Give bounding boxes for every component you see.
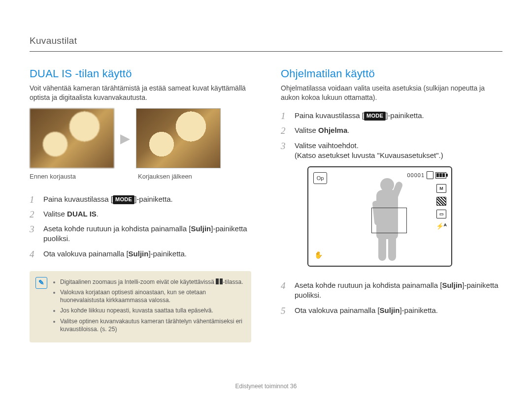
caption-after: Korjauksen jälkeen [138, 172, 222, 181]
dual-is-icon [216, 278, 223, 284]
flash-icon: ⚡ᴬ [437, 222, 446, 230]
left-column: DUAL IS -tilan käyttö Voit vähentää kame… [30, 66, 251, 342]
manual-page: Kuvaustilat DUAL IS -tilan käyttö Voit v… [0, 0, 532, 401]
right-step-5: Ota valokuva painamalla [Suljin]-painike… [281, 303, 502, 318]
note-icon: ✎ [35, 277, 47, 289]
photo-after [136, 108, 221, 168]
photo-before [30, 108, 114, 168]
note-item-1: Digitaalinen zoomaus ja Intelli-zoom eiv… [60, 278, 243, 286]
two-column-layout: DUAL IS -tilan käyttö Voit vähentää kame… [30, 66, 502, 342]
left-steps: Paina kuvaustilassa [MODE]-painiketta. V… [30, 192, 251, 261]
caption-before: Ennen korjausta [30, 172, 113, 181]
sd-card-icon [427, 171, 433, 179]
size-icon: M [436, 184, 446, 193]
focus-icon: ▭ [436, 210, 446, 218]
caption-row: Ennen korjausta Korjauksen jälkeen [30, 172, 251, 181]
note-list: Digitaalinen zoomaus ja Intelli-zoom eiv… [53, 278, 243, 336]
left-title: DUAL IS -tilan käyttö [30, 66, 251, 81]
note-box: ✎ Digitaalinen zoomaus ja Intelli-zoom e… [30, 271, 251, 342]
mode-badge: MODE [113, 195, 134, 204]
left-intro: Voit vähentää kameran tärähtämistä ja es… [30, 84, 251, 102]
left-step-4: Ota valokuva painamalla [Suljin]-painike… [30, 247, 251, 261]
right-title: Ohjelmatilan käyttö [281, 66, 502, 81]
battery-icon [435, 172, 446, 179]
right-step-2: Valitse Ohjelma. [281, 123, 502, 138]
left-step-2: Valitse DUAL IS. [30, 207, 251, 221]
right-steps: Paina kuvaustilassa [MODE]-painiketta. V… [281, 108, 502, 318]
mode-badge: MODE [364, 112, 386, 121]
lcd-preview: Op 00001 M [307, 166, 452, 267]
note-item-2: Valokuva korjataan optisesti ainoastaan,… [60, 288, 243, 304]
before-after-row: ▶ [30, 108, 251, 168]
quality-icon [436, 197, 446, 206]
page-footer: Edistyneet toiminnot 36 [0, 382, 532, 390]
right-step-3: Valitse vaihtoehdot. (Katso asetukset lu… [281, 138, 502, 278]
lcd-right-icons: M ▭ ⚡ᴬ [436, 184, 446, 230]
left-step-1: Paina kuvaustilassa [MODE]-painiketta. [30, 192, 251, 207]
note-item-3: Jos kohde liikkuu nopeasti, kuvasta saat… [60, 307, 243, 314]
right-step-4: Aseta kohde ruutuun ja kohdista painamal… [281, 278, 502, 303]
lcd-mode-icon: Op [313, 172, 327, 184]
right-column: Ohjelmatilan käyttö Ohjelmatilassa voida… [281, 66, 502, 342]
hand-shake-icon: ✋ [314, 250, 323, 260]
left-step-3: Aseta kohde ruutuun ja kohdista painamal… [30, 221, 251, 247]
right-intro: Ohjelmatilassa voidaan valita useita ase… [281, 84, 502, 102]
section-header: Kuvaustilat [30, 34, 502, 52]
footer-label: Edistyneet toiminnot [235, 383, 289, 390]
arrow-icon: ▶ [120, 130, 130, 147]
footer-page-number: 36 [290, 383, 297, 390]
right-step-1: Paina kuvaustilassa [MODE]-painiketta. [281, 108, 502, 123]
lcd-counter-area: 00001 [407, 171, 446, 179]
note-item-4: Valitse optinen kuvanvakautus kameran tä… [60, 317, 243, 333]
focus-frame [371, 208, 407, 233]
